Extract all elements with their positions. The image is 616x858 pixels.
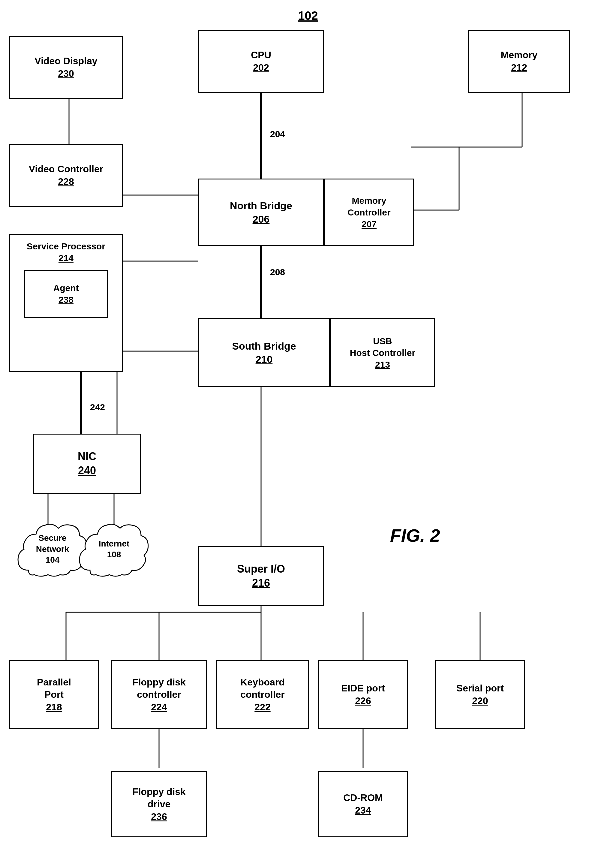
floppy-drive-box: Floppy diskdrive 236: [111, 771, 207, 837]
video-display-label: Video Display: [34, 55, 97, 67]
parallel-port-number: 218: [46, 701, 62, 713]
super-io-label: Super I/O: [237, 562, 285, 576]
eide-port-box: EIDE port 226: [318, 660, 408, 729]
serial-port-box: Serial port 220: [435, 660, 525, 729]
cpu-box: CPU 202: [198, 30, 324, 93]
label-242: 242: [90, 402, 105, 412]
service-processor-number: 214: [59, 252, 73, 264]
internet-label: Internet: [99, 539, 130, 548]
cdrom-box: CD-ROM 234: [318, 771, 408, 837]
video-display-box: Video Display 230: [9, 36, 123, 99]
north-bridge-box: North Bridge 206: [198, 179, 324, 246]
agent-label: Agent: [53, 282, 79, 294]
floppy-drive-number: 236: [151, 811, 167, 823]
memory-box: Memory 212: [468, 30, 570, 93]
service-processor-box: Service Processor 214 Agent 238: [9, 234, 123, 372]
parallel-port-box: ParallelPort 218: [9, 660, 99, 729]
floppy-drive-label: Floppy diskdrive: [132, 786, 186, 811]
south-bridge-box: South Bridge 210: [198, 318, 330, 387]
floppy-controller-label: Floppy diskcontroller: [132, 676, 186, 701]
internet-number: 108: [107, 550, 121, 559]
secure-network-text: SecureNetwork 104: [36, 533, 69, 566]
diagram: 102 CPU 202 Memory 212 204 North Bridge …: [0, 0, 616, 858]
internet-text: Internet 108: [99, 538, 130, 560]
label-208: 208: [270, 267, 285, 277]
memory-controller-label: MemoryController: [348, 195, 390, 218]
service-processor-label: Service Processor: [27, 240, 106, 252]
video-controller-number: 228: [58, 176, 74, 188]
parallel-port-label: ParallelPort: [37, 676, 71, 701]
nic-number: 240: [78, 464, 96, 478]
keyboard-controller-number: 222: [254, 701, 270, 713]
serial-port-label: Serial port: [456, 682, 504, 695]
south-bridge-number: 210: [256, 353, 273, 366]
connection-lines: [0, 0, 616, 858]
memory-controller-box: MemoryController 207: [324, 179, 414, 246]
eide-port-number: 226: [355, 695, 371, 707]
internet-cloud: Internet 108: [73, 510, 155, 588]
nic-label: NIC: [78, 449, 96, 464]
nic-box: NIC 240: [33, 434, 141, 494]
north-bridge-number: 206: [253, 213, 270, 226]
super-io-box: Super I/O 216: [198, 546, 324, 606]
video-controller-label: Video Controller: [29, 163, 103, 176]
floppy-controller-box: Floppy diskcontroller 224: [111, 660, 207, 729]
secure-network-number: 104: [46, 555, 60, 564]
cpu-number: 202: [253, 62, 269, 74]
keyboard-controller-box: Keyboardcontroller 222: [216, 660, 309, 729]
south-bridge-label: South Bridge: [232, 339, 296, 353]
label-204: 204: [270, 129, 285, 139]
fig-label: FIG. 2: [390, 525, 440, 546]
memory-controller-number: 207: [362, 218, 377, 230]
super-io-number: 216: [252, 576, 270, 590]
secure-network-label: SecureNetwork: [36, 533, 69, 553]
agent-number: 238: [59, 294, 73, 306]
cdrom-number: 234: [355, 804, 371, 817]
cdrom-label: CD-ROM: [343, 792, 383, 804]
cpu-label: CPU: [251, 49, 271, 62]
usb-host-number: 213: [375, 359, 390, 370]
usb-host-box: USBHost Controller 213: [330, 318, 435, 387]
video-controller-box: Video Controller 228: [9, 144, 123, 207]
memory-label: Memory: [501, 49, 538, 62]
serial-port-number: 220: [472, 695, 488, 707]
north-bridge-label: North Bridge: [230, 199, 292, 212]
video-display-number: 230: [58, 67, 74, 80]
usb-host-label: USBHost Controller: [350, 335, 415, 359]
memory-number: 212: [511, 62, 527, 74]
keyboard-controller-label: Keyboardcontroller: [241, 676, 285, 701]
agent-box: Agent 238: [24, 270, 108, 318]
page-title: 102: [0, 9, 616, 22]
eide-port-label: EIDE port: [341, 682, 385, 695]
floppy-controller-number: 224: [151, 701, 167, 713]
